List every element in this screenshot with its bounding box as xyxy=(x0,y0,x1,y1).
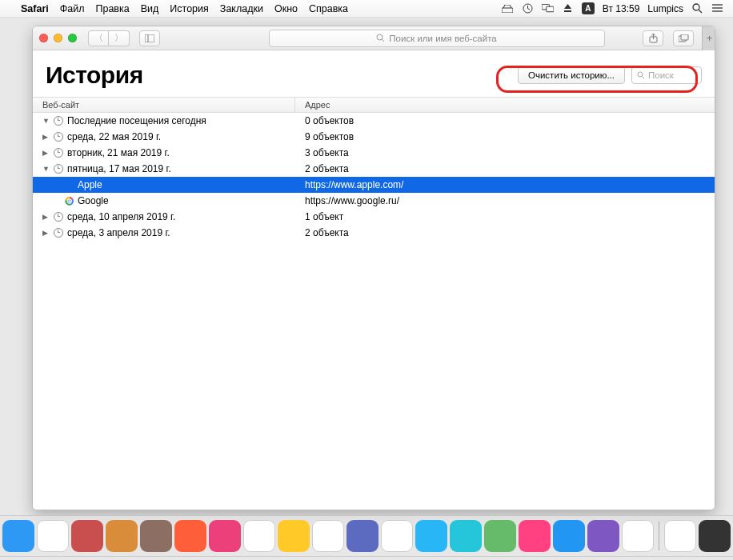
dock-app-icon[interactable] xyxy=(209,520,241,552)
svg-rect-10 xyxy=(145,34,154,42)
history-item-row[interactable]: Googlehttps://www.google.ru/ xyxy=(33,193,715,209)
sidebar-button[interactable] xyxy=(139,30,160,46)
forward-button[interactable]: 〉 xyxy=(109,30,130,46)
navigation-buttons: 〈 〉 xyxy=(88,30,130,46)
menu-help[interactable]: Справка xyxy=(309,3,348,14)
row-label: Последние посещения сегодня xyxy=(67,115,206,126)
history-group-row[interactable]: ▼пятница, 17 мая 2019 г.2 объекта xyxy=(33,161,715,177)
menu-edit[interactable]: Правка xyxy=(95,3,129,14)
dock-app-icon[interactable] xyxy=(174,520,206,552)
dock-app-icon[interactable] xyxy=(699,520,731,552)
zoom-button[interactable] xyxy=(68,34,77,42)
displays-icon[interactable] xyxy=(542,3,554,14)
svg-point-12 xyxy=(377,34,383,40)
address-bar[interactable]: Поиск или имя веб-сайта xyxy=(269,30,605,47)
back-button[interactable]: 〈 xyxy=(88,30,109,46)
disclosure-down-icon[interactable]: ▼ xyxy=(42,117,50,125)
minimize-button[interactable] xyxy=(54,34,62,42)
dock-app-icon[interactable] xyxy=(278,520,310,552)
search-placeholder: Поиск xyxy=(648,70,674,80)
titlebar: 〈 〉 Поиск или имя веб-сайта + xyxy=(33,26,715,50)
dock-app-icon[interactable] xyxy=(664,520,696,552)
history-group-row[interactable]: ▶вторник, 21 мая 2019 г.3 объекта xyxy=(33,145,715,161)
disclosure-right-icon[interactable]: ▶ xyxy=(42,213,50,221)
menu-window[interactable]: Окно xyxy=(274,3,298,14)
history-group-row[interactable]: ▶среда, 3 апреля 2019 г.2 объекта xyxy=(33,225,715,241)
dock-app-icon[interactable] xyxy=(2,520,34,552)
disclosure-right-icon[interactable]: ▶ xyxy=(42,149,50,157)
clock-icon xyxy=(54,148,63,158)
menu-file[interactable]: Файл xyxy=(60,3,85,14)
dock-app-icon[interactable] xyxy=(622,520,654,552)
menu-history[interactable]: История xyxy=(170,3,208,14)
dock-app-icon[interactable] xyxy=(519,520,551,552)
clock-icon xyxy=(54,132,63,142)
column-headers: Веб-сайт Адрес xyxy=(33,97,715,113)
dock-app-icon[interactable] xyxy=(484,520,516,552)
disk-icon[interactable] xyxy=(502,3,514,14)
clock-icon xyxy=(54,212,63,222)
dock-app-icon[interactable] xyxy=(381,520,413,552)
history-rows: ▼Последние посещения сегодня0 объектов▶с… xyxy=(33,113,715,510)
history-group-row[interactable]: ▶среда, 10 апреля 2019 г.1 объект xyxy=(33,209,715,225)
dock-app-icon[interactable] xyxy=(243,520,275,552)
svg-point-17 xyxy=(638,72,643,77)
svg-rect-3 xyxy=(546,6,553,12)
eject-icon[interactable] xyxy=(562,3,574,14)
history-page: История Очистить историю... Поиск Веб-са… xyxy=(33,50,715,510)
app-name[interactable]: Safari xyxy=(21,3,49,14)
svg-point-21 xyxy=(68,200,70,202)
history-group-row[interactable]: ▶среда, 22 мая 2019 г.9 объектов xyxy=(33,129,715,145)
row-address: 1 объект xyxy=(295,211,715,222)
disclosure-right-icon[interactable]: ▶ xyxy=(42,229,50,237)
menu-view[interactable]: Вид xyxy=(141,3,159,14)
menubar: Safari Файл Правка Вид История Закладки … xyxy=(0,0,733,18)
search-icon xyxy=(376,34,385,42)
row-address: 2 объекта xyxy=(295,227,715,238)
menu-bookmarks[interactable]: Закладки xyxy=(220,3,263,14)
dock-app-icon[interactable] xyxy=(450,520,482,552)
clear-history-button[interactable]: Очистить историю... xyxy=(518,66,625,84)
close-button[interactable] xyxy=(39,34,48,42)
column-address[interactable]: Адрес xyxy=(295,98,715,112)
dock-app-icon[interactable] xyxy=(312,520,344,552)
row-address: https://www.apple.com/ xyxy=(295,179,715,190)
row-label: среда, 22 мая 2019 г. xyxy=(67,131,161,142)
row-address: 9 объектов xyxy=(295,131,715,142)
dock-app-icon[interactable] xyxy=(415,520,447,552)
dock-app-icon[interactable] xyxy=(106,520,138,552)
row-label: вторник, 21 мая 2019 г. xyxy=(67,147,170,158)
menubar-clock[interactable]: Вт 13:59 xyxy=(603,3,639,14)
menubar-user[interactable]: Lumpics xyxy=(647,3,683,14)
disclosure-right-icon[interactable]: ▶ xyxy=(42,133,50,141)
timemachine-icon[interactable] xyxy=(522,3,534,14)
apple-favicon xyxy=(64,180,74,190)
dock-app-icon[interactable] xyxy=(140,520,172,552)
history-search-input[interactable]: Поиск xyxy=(631,66,702,84)
dock-app-icon[interactable] xyxy=(346,520,379,552)
svg-rect-16 xyxy=(681,34,688,40)
history-item-row[interactable]: Applehttps://www.apple.com/ xyxy=(33,177,715,193)
column-website[interactable]: Веб-сайт xyxy=(33,98,295,112)
svg-rect-0 xyxy=(502,8,513,13)
svg-line-13 xyxy=(382,39,384,42)
clock-icon xyxy=(54,164,63,174)
share-button[interactable] xyxy=(643,30,663,46)
dock-app-icon[interactable] xyxy=(71,520,103,552)
row-label: Google xyxy=(78,195,109,206)
history-group-row[interactable]: ▼Последние посещения сегодня0 объектов xyxy=(33,113,715,129)
input-source-icon[interactable]: А xyxy=(582,2,595,14)
spotlight-icon[interactable] xyxy=(691,3,703,14)
new-tab-button[interactable]: + xyxy=(702,26,715,50)
page-header: История Очистить историю... Поиск xyxy=(33,50,715,97)
dock-app-icon[interactable] xyxy=(553,520,585,552)
svg-line-6 xyxy=(699,10,702,13)
dock-app-icon[interactable] xyxy=(37,520,69,552)
safari-window: 〈 〉 Поиск или имя веб-сайта + История Оч… xyxy=(32,26,715,510)
notification-center-icon[interactable] xyxy=(711,3,723,14)
clock-icon xyxy=(54,228,63,238)
tabs-button[interactable] xyxy=(673,30,694,46)
address-placeholder: Поиск или имя веб-сайта xyxy=(389,34,496,43)
disclosure-down-icon[interactable]: ▼ xyxy=(42,165,50,173)
dock-app-icon[interactable] xyxy=(587,520,619,552)
